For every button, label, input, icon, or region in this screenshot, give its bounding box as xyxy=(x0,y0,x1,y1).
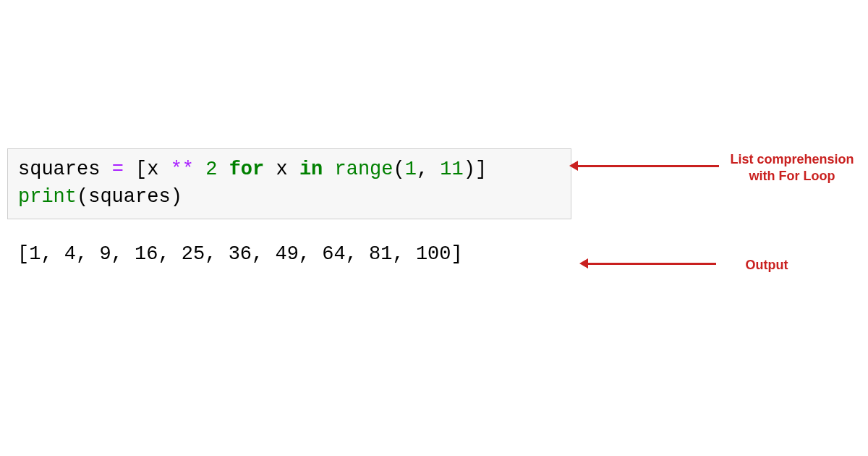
code-token: for xyxy=(229,159,265,180)
code-cell: squares = [x ** 2 for x in range(1, 11)]… xyxy=(7,148,571,219)
code-token: , xyxy=(417,159,440,180)
code-token xyxy=(217,159,229,180)
code-token: (squares) xyxy=(77,186,182,208)
figure-container: squares = [x ** 2 for x in range(1, 11)]… xyxy=(7,148,861,274)
code-token xyxy=(323,159,334,180)
code-token: 2 xyxy=(205,159,217,180)
code-token: x xyxy=(264,159,299,180)
code-token: print xyxy=(18,186,77,208)
arrow-icon xyxy=(586,263,716,265)
code-token: 11 xyxy=(440,159,463,180)
arrow-icon xyxy=(576,165,719,167)
code-token: [ xyxy=(135,159,147,180)
annotation-output: Output xyxy=(723,257,810,274)
code-token: )] xyxy=(464,159,487,180)
code-token: ( xyxy=(393,159,405,180)
code-token xyxy=(124,159,135,180)
code-token: x xyxy=(147,159,170,180)
code-token: range xyxy=(334,159,393,180)
output-cell: [1, 4, 9, 16, 25, 36, 49, 64, 81, 100] xyxy=(7,235,571,274)
code-token: = xyxy=(112,159,124,180)
code-token: ** xyxy=(171,159,194,180)
code-token: squares xyxy=(18,159,112,180)
code-token: 1 xyxy=(405,159,417,180)
code-token xyxy=(194,159,205,180)
annotation-list-comprehension: List comprehensionwith For Loop xyxy=(723,151,861,184)
code-token: in xyxy=(299,159,323,180)
